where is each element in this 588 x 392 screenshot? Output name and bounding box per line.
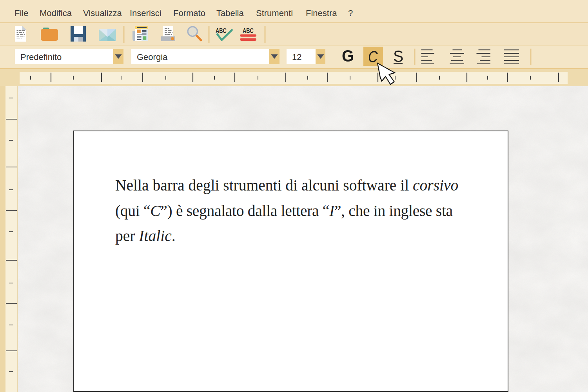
- svg-text:ABC: ABC: [243, 27, 254, 34]
- svg-text:ABC: ABC: [216, 27, 227, 34]
